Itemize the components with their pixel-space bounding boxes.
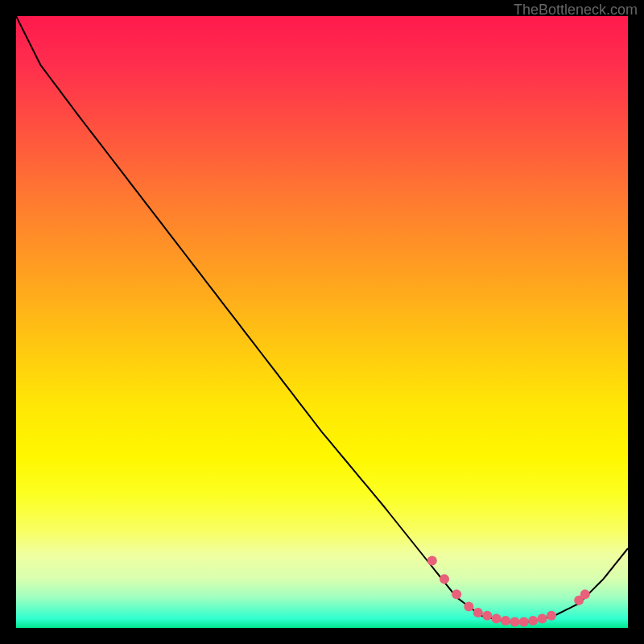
data-point: [528, 616, 538, 625]
data-point: [510, 617, 519, 626]
data-point: [547, 611, 556, 621]
data-point: [427, 555, 437, 565]
bottleneck-curve: [16, 16, 628, 621]
data-point: [580, 589, 590, 599]
chart-svg: [16, 16, 628, 628]
data-point: [538, 614, 547, 624]
data-point: [452, 589, 461, 599]
data-point: [519, 617, 529, 626]
data-point: [440, 574, 449, 584]
data-point: [464, 601, 473, 611]
data-point: [492, 614, 502, 624]
data-point: [501, 616, 510, 625]
data-point: [473, 608, 483, 617]
watermark-text: TheBottleneck.com: [514, 2, 638, 19]
data-point: [482, 611, 492, 621]
